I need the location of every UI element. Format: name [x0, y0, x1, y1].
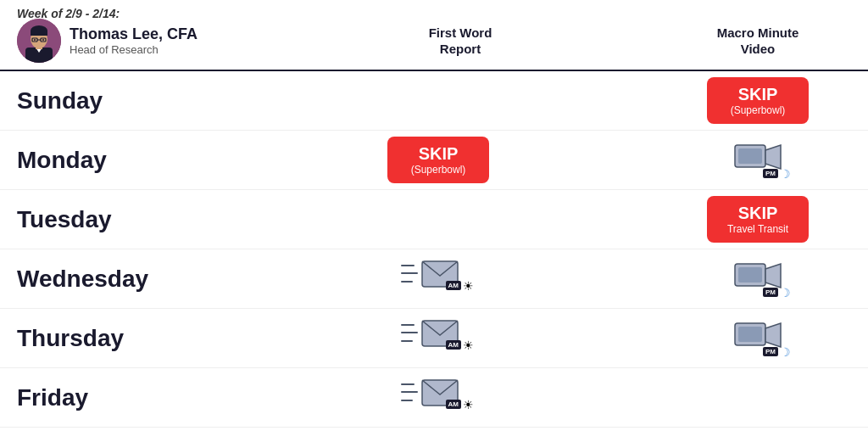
monday-macro-minute: PM ☽ — [665, 140, 851, 181]
pm-badge: PM ☽ — [763, 345, 791, 359]
svg-marker-14 — [765, 145, 781, 169]
monday-first-word: SKIP (Superbowl) — [212, 137, 665, 182]
table-row: Friday AM ☀ — [0, 368, 868, 428]
col-header-macro-minute: Macro Minute Video — [665, 25, 851, 58]
table-row: Wednesday AM ☀ — [0, 249, 868, 309]
day-sunday: Sunday — [17, 87, 212, 115]
skip-badge-superbowl: SKIP (Superbowl) — [707, 77, 809, 123]
svg-marker-18 — [765, 264, 781, 288]
svg-rect-13 — [738, 148, 762, 164]
col-header-first-word: First Word Report — [256, 25, 665, 58]
person-title: Head of Research — [70, 43, 256, 56]
am-badge: AM ☀ — [446, 279, 474, 293]
wednesday-macro-minute: PM ☽ — [665, 259, 851, 299]
am-badge: AM ☀ — [446, 398, 474, 411]
week-label: Week of 2/9 - 2/14: — [17, 7, 120, 20]
am-badge: AM ☀ — [446, 338, 474, 352]
speed-lines — [401, 262, 418, 286]
skip-badge-monday: SKIP (Superbowl) — [387, 137, 489, 182]
person-name: Thomas Lee, CFA — [70, 25, 256, 43]
video-icon-wednesday: PM ☽ — [733, 259, 782, 293]
table-row: Monday SKIP (Superbowl) — [0, 131, 868, 190]
skip-badge-travel: SKIP Travel Transit — [707, 196, 809, 242]
video-icon-monday: PM ☽ — [733, 140, 782, 174]
day-friday: Friday — [17, 384, 212, 411]
svg-rect-17 — [738, 267, 762, 283]
pm-badge: PM ☽ — [763, 167, 791, 181]
pm-badge: PM ☽ — [763, 286, 791, 299]
svg-point-11 — [42, 39, 44, 41]
day-thursday: Thursday — [17, 325, 212, 352]
day-wednesday: Wednesday — [17, 266, 212, 293]
email-icon-wednesday: AM ☀ — [401, 260, 459, 288]
svg-rect-6 — [31, 31, 47, 36]
email-icon-friday: AM ☀ — [401, 379, 459, 406]
video-icon-thursday: PM ☽ — [733, 318, 782, 352]
email-icon-thursday: AM ☀ — [401, 320, 459, 347]
avatar — [17, 19, 61, 63]
friday-first-word: AM ☀ — [212, 379, 665, 417]
table-row: Tuesday SKIP Travel Transit — [0, 190, 868, 249]
table-row: Thursday AM ☀ — [0, 309, 868, 368]
sunday-macro-minute: SKIP (Superbowl) — [665, 77, 851, 123]
svg-marker-22 — [765, 323, 781, 347]
table-row: Sunday SKIP (Superbowl) — [0, 71, 868, 131]
schedule-table: Sunday SKIP (Superbowl) Monday SKIP (Sup… — [0, 71, 868, 428]
day-monday: Monday — [17, 147, 212, 174]
svg-rect-21 — [738, 327, 762, 342]
wednesday-first-word: AM ☀ — [212, 260, 665, 298]
tuesday-macro-minute: SKIP Travel Transit — [665, 196, 851, 242]
thursday-macro-minute: PM ☽ — [665, 318, 851, 359]
person-info: Thomas Lee, CFA Head of Research — [70, 25, 256, 56]
thursday-first-word: AM ☀ — [212, 320, 665, 357]
svg-point-10 — [34, 39, 36, 41]
day-tuesday: Tuesday — [17, 206, 212, 233]
